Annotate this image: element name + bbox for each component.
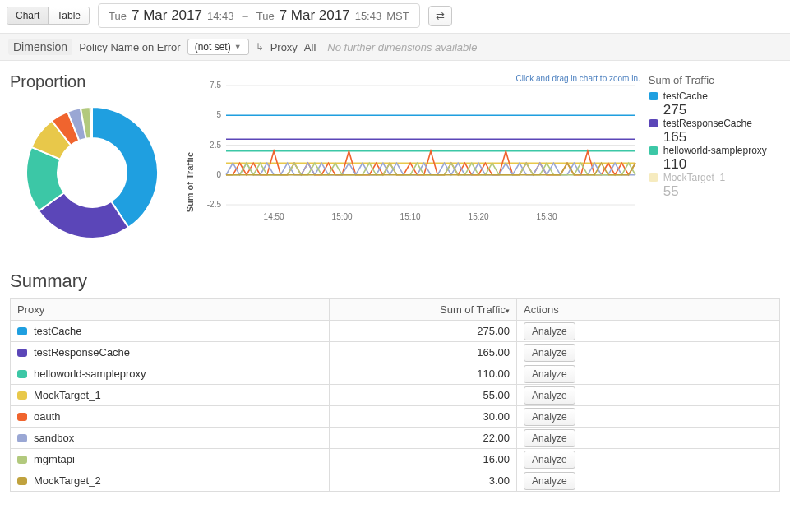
legend-label: helloworld-sampleproxy — [663, 145, 767, 156]
svg-text:15:10: 15:10 — [400, 212, 420, 221]
legend-swatch — [649, 146, 658, 155]
series-line[interactable] — [226, 163, 635, 175]
dimension-filter-dropdown[interactable]: (not set) ▼ — [187, 39, 249, 55]
y-axis-label: Sum of Traffic — [185, 152, 195, 212]
to-time: 15:43 — [355, 10, 382, 22]
proportion-title: Proportion — [10, 72, 188, 91]
from-time: 14:43 — [207, 10, 234, 22]
view-toolbar: Chart Table Tue 7 Mar 2017 14:43 – Tue 7… — [0, 0, 790, 33]
row-sum: 55.00 — [330, 385, 517, 406]
row-proxy-name: MockTarget_2 — [34, 474, 101, 487]
view-toggle: Chart Table — [7, 7, 90, 25]
to-dow: Tue — [256, 10, 275, 22]
summary-section: Summary Proxy Sum of Traffic▾ Actions te… — [0, 246, 790, 508]
legend-value: 165 — [649, 130, 780, 144]
row-sum: 165.00 — [330, 342, 517, 363]
svg-text:5: 5 — [216, 110, 221, 119]
timezone: MST — [386, 10, 409, 22]
analyze-button[interactable]: Analyze — [524, 408, 575, 426]
row-sum: 3.00 — [330, 470, 517, 492]
series-line[interactable] — [226, 163, 635, 175]
col-sum-label: Sum of Traffic — [440, 303, 506, 316]
row-proxy-name: mgmtapi — [34, 453, 75, 465]
legend-swatch — [649, 173, 658, 182]
range-separator: – — [239, 10, 252, 22]
legend-value: 110 — [649, 157, 780, 171]
legend-item[interactable]: testResponseCache — [649, 117, 780, 130]
dimension-crumb-proxy[interactable]: Proxy — [270, 41, 298, 53]
traffic-line-chart[interactable]: -2.502.557.514:5015:0015:1015:2015:30 — [196, 74, 640, 226]
svg-text:-2.5: -2.5 — [207, 200, 222, 209]
from-dow: Tue — [109, 10, 127, 22]
svg-text:15:30: 15:30 — [536, 212, 557, 221]
level-indent-icon: ↳ — [256, 41, 264, 53]
traffic-legend: Sum of Traffic testCache275testResponseC… — [649, 74, 780, 198]
analyze-button[interactable]: Analyze — [524, 472, 575, 490]
row-sum: 22.00 — [330, 428, 517, 449]
row-swatch — [17, 413, 27, 421]
table-row: helloworld-sampleproxy110.00Analyze — [11, 363, 780, 385]
analyze-button[interactable]: Analyze — [524, 322, 575, 340]
legend-value: 55 — [649, 184, 780, 198]
legend-label: testResponseCache — [663, 118, 752, 129]
row-sum: 30.00 — [330, 406, 517, 428]
analyze-button[interactable]: Analyze — [524, 451, 575, 469]
table-row: sandbox22.00Analyze — [11, 428, 780, 449]
row-swatch — [17, 391, 27, 400]
legend-label: MockTarget_1 — [663, 172, 725, 183]
dimension-bar: Dimension Policy Name on Error (not set)… — [0, 33, 790, 61]
row-swatch — [17, 349, 27, 357]
proportion-block: Proportion — [10, 69, 188, 246]
line-chart-block: Click and drag in chart to zoom in. Sum … — [196, 74, 640, 229]
refresh-icon: ⇄ — [436, 10, 445, 22]
row-swatch — [17, 370, 27, 378]
legend-swatch — [649, 119, 658, 127]
row-sum: 110.00 — [330, 363, 517, 385]
legend-title: Sum of Traffic — [649, 74, 780, 86]
date-range-picker[interactable]: Tue 7 Mar 2017 14:43 – Tue 7 Mar 2017 15… — [98, 3, 420, 28]
col-proxy[interactable]: Proxy — [11, 299, 330, 321]
svg-text:2.5: 2.5 — [210, 141, 221, 150]
row-sum: 275.00 — [330, 321, 517, 342]
row-swatch — [17, 477, 27, 485]
analyze-button[interactable]: Analyze — [524, 429, 575, 447]
svg-text:15:00: 15:00 — [331, 212, 352, 221]
table-row: testCache275.00Analyze — [11, 321, 780, 342]
col-sum[interactable]: Sum of Traffic▾ — [330, 299, 517, 321]
row-proxy-name: sandbox — [34, 432, 74, 444]
legend-item[interactable]: MockTarget_1 — [649, 171, 780, 184]
svg-text:14:50: 14:50 — [263, 212, 284, 221]
table-row: mgmtapi16.00Analyze — [11, 449, 780, 470]
row-proxy-name: testResponseCache — [34, 346, 130, 359]
table-row: testResponseCache165.00Analyze — [11, 342, 780, 363]
svg-text:7.5: 7.5 — [210, 81, 221, 90]
to-date: 7 Mar 2017 — [280, 7, 350, 24]
analyze-button[interactable]: Analyze — [524, 365, 575, 383]
analyze-button[interactable]: Analyze — [524, 386, 575, 405]
legend-item[interactable]: testCache — [649, 90, 780, 103]
row-proxy-name: helloworld-sampleproxy — [34, 368, 146, 380]
summary-table: Proxy Sum of Traffic▾ Actions testCache2… — [10, 298, 780, 492]
dimension-crumb-policy[interactable]: Policy Name on Error — [79, 41, 181, 53]
tab-table[interactable]: Table — [48, 7, 89, 24]
row-swatch — [17, 456, 27, 464]
sort-desc-icon: ▾ — [506, 307, 510, 315]
proportion-donut-chart[interactable] — [10, 95, 174, 243]
svg-text:0: 0 — [216, 170, 221, 179]
legend-item[interactable]: helloworld-sampleproxy — [649, 144, 780, 157]
table-row: MockTarget_23.00Analyze — [11, 470, 780, 492]
series-line[interactable] — [226, 163, 635, 175]
zoom-hint: Click and drag in chart to zoom in. — [516, 74, 640, 83]
dimension-crumb-all[interactable]: All — [304, 41, 316, 53]
refresh-button[interactable]: ⇄ — [428, 6, 452, 26]
svg-text:15:20: 15:20 — [468, 212, 488, 221]
row-swatch — [17, 327, 27, 335]
row-proxy-name: testCache — [34, 325, 82, 337]
row-swatch — [17, 434, 27, 442]
from-date: 7 Mar 2017 — [132, 7, 202, 24]
col-actions: Actions — [517, 299, 780, 321]
tab-chart[interactable]: Chart — [7, 7, 48, 24]
donut-slice[interactable] — [90, 107, 92, 138]
charts-row: Proportion Click and drag in chart to zo… — [0, 61, 790, 246]
analyze-button[interactable]: Analyze — [524, 344, 575, 362]
